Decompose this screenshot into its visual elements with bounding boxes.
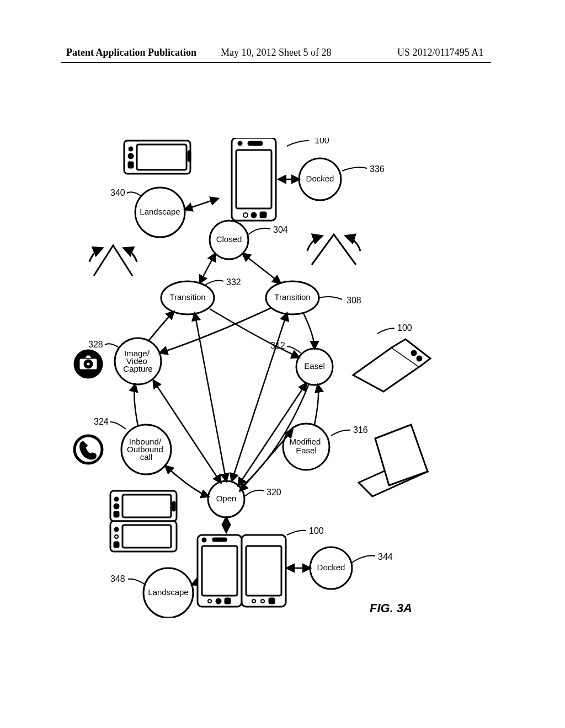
state-open: Open [208,481,244,517]
state-transition-left: Transition [161,281,214,314]
svg-text:Docked: Docked [306,174,334,183]
phone-landscape-top-icon [124,141,190,174]
svg-rect-40 [129,162,133,168]
header-rule [61,62,491,63]
phone-open-portrait-icon [198,535,286,607]
state-docked-bottom: Docked [310,547,352,589]
svg-text:332: 332 [226,277,241,287]
svg-point-60 [202,538,206,542]
hinge-opening-right-icon [307,234,360,265]
svg-point-73 [114,504,119,508]
svg-rect-64 [225,598,230,603]
svg-point-44 [238,142,242,145]
svg-text:Closed: Closed [216,234,242,244]
svg-line-29 [232,313,287,481]
svg-point-55 [74,436,102,463]
svg-rect-37 [137,144,186,170]
svg-text:324: 324 [94,417,109,426]
state-transition-right: Transition [266,281,319,314]
svg-rect-74 [114,512,119,517]
svg-point-75 [115,528,118,531]
svg-rect-43 [236,150,271,208]
svg-text:100: 100 [397,323,412,333]
state-call: Inbound/ Outbound call [121,425,171,474]
camera-icon [74,350,102,378]
state-docked-top: Docked [299,158,341,200]
svg-text:344: 344 [378,552,393,561]
svg-text:Transition: Transition [169,292,205,302]
svg-rect-61 [213,538,226,541]
svg-text:312: 312 [270,341,285,350]
state-easel: Easel [296,349,333,385]
svg-line-32 [240,430,292,491]
svg-rect-48 [260,212,266,217]
svg-text:336: 336 [370,164,385,174]
svg-rect-71 [122,525,171,548]
svg-rect-70 [122,495,171,517]
svg-point-47 [252,213,256,217]
svg-line-27 [243,254,280,283]
svg-text:340: 340 [110,188,125,197]
svg-point-49 [412,351,416,355]
svg-rect-77 [114,542,119,547]
svg-text:Transition: Transition [274,292,310,302]
svg-point-72 [115,497,118,501]
state-modified-easel: Modified Easel [283,424,329,470]
svg-text:Landscape: Landscape [148,587,188,597]
svg-rect-78 [173,502,175,511]
svg-point-38 [129,147,132,151]
svg-line-26 [200,254,215,283]
svg-text:328: 328 [88,340,103,349]
state-diagram: Closed Docked Landscape Transition Trans… [55,138,441,618]
page: Patent Application Publication May 10, 2… [0,0,565,728]
svg-text:304: 304 [273,225,288,234]
svg-rect-41 [188,151,190,161]
svg-text:308: 308 [347,296,361,305]
svg-text:Landscape: Landscape [140,207,180,216]
state-image-video: Image/ Video Capture [115,338,161,384]
phone-easel-icon [353,339,430,392]
hinge-opening-left-icon [89,245,137,276]
svg-rect-59 [246,546,281,596]
svg-rect-67 [269,598,274,603]
svg-line-25 [185,199,218,210]
svg-rect-45 [248,142,262,145]
state-landscape-bottom: Landscape [143,568,193,618]
svg-text:100: 100 [309,526,324,536]
header-center: May 10, 2012 Sheet 5 of 28 [221,47,331,58]
phone-modified-easel-icon [359,425,428,496]
svg-text:Open: Open [216,494,237,503]
svg-point-63 [216,599,221,603]
svg-text:100: 100 [315,138,329,145]
phone-open-landscape-icon [110,491,177,552]
state-landscape-top: Landscape [135,188,185,237]
phone-closed-icon [232,138,276,221]
svg-text:Docked: Docked [317,563,345,572]
state-closed: Closed [210,221,248,259]
header-right: US 2012/0117495 A1 [397,47,483,58]
svg-text:Easel: Easel [304,361,325,371]
svg-text:Image/
        Video
        C: Image/ Video Capture [123,349,152,373]
figure-label: FIG. 3A [370,601,412,615]
svg-point-50 [417,356,422,361]
svg-text:320: 320 [266,488,281,497]
svg-text:348: 348 [110,574,125,584]
svg-text:316: 316 [353,425,368,435]
header-left: Patent Application Publication [66,47,196,58]
phone-call-icon [74,436,102,463]
svg-point-54 [86,362,90,366]
svg-point-39 [129,154,133,158]
svg-rect-58 [202,546,237,596]
